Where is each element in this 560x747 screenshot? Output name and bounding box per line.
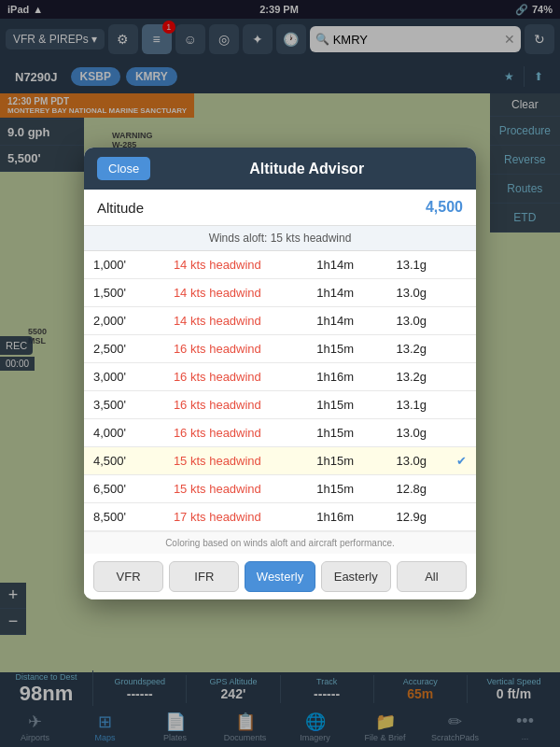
check-cell <box>447 503 476 531</box>
fuel-cell: 13.2g <box>376 363 447 391</box>
alt-cell: 3,000' <box>84 363 140 391</box>
wind-subheader: Winds aloft: 15 kts headwind <box>84 226 476 251</box>
modal-overlay: Close Altitude Advisor Altitude 4,500 Wi… <box>0 0 560 747</box>
wind-cell: 14 kts headwind <box>140 251 295 279</box>
alt-cell: 2,500' <box>84 335 140 363</box>
wind-cell: 15 kts headwind <box>140 447 295 475</box>
altitude-label: Altitude <box>97 200 144 216</box>
ete-cell: 1h15m <box>295 475 376 503</box>
fuel-cell: 13.2g <box>376 335 447 363</box>
check-cell <box>447 419 476 447</box>
ete-cell: 1h16m <box>295 363 376 391</box>
fuel-cell: 13.1g <box>376 391 447 419</box>
fuel-cell: 13.0g <box>376 307 447 335</box>
fuel-cell: 12.9g <box>376 503 447 531</box>
table-row[interactable]: 1,000' 14 kts headwind 1h14m 13.1g <box>84 251 476 279</box>
check-cell <box>447 335 476 363</box>
fuel-cell: 12.8g <box>376 475 447 503</box>
direction-button-vfr[interactable]: VFR <box>93 561 163 592</box>
fuel-cell: 13.0g <box>376 419 447 447</box>
wind-cell: 15 kts headwind <box>140 475 295 503</box>
fuel-cell: 13.1g <box>376 251 447 279</box>
alt-cell: 1,000' <box>84 251 140 279</box>
ete-cell: 1h14m <box>295 279 376 307</box>
ete-cell: 1h15m <box>295 391 376 419</box>
alt-cell: 8,500' <box>84 503 140 531</box>
wind-cell: 14 kts headwind <box>140 279 295 307</box>
modal-title: Altitude Advisor <box>150 161 463 177</box>
check-cell <box>447 307 476 335</box>
check-cell: ✔ <box>447 447 476 475</box>
modal-header: Close Altitude Advisor <box>84 148 476 190</box>
ete-cell: 1h15m <box>295 447 376 475</box>
altitude-value: 4,500 <box>426 199 463 216</box>
wind-cell: 14 kts headwind <box>140 307 295 335</box>
direction-button-westerly[interactable]: Westerly <box>245 561 315 592</box>
table-row[interactable]: 4,000' 16 kts headwind 1h15m 13.0g <box>84 419 476 447</box>
table-row[interactable]: 6,500' 15 kts headwind 1h15m 12.8g <box>84 475 476 503</box>
direction-button-easterly[interactable]: Easterly <box>321 561 391 592</box>
wind-cell: 17 kts headwind <box>140 503 295 531</box>
table-row[interactable]: 4,500' 15 kts headwind 1h15m 13.0g ✔ <box>84 447 476 475</box>
table-row[interactable]: 3,000' 16 kts headwind 1h16m 13.2g <box>84 363 476 391</box>
direction-button-ifr[interactable]: IFR <box>169 561 239 592</box>
alt-cell: 3,500' <box>84 391 140 419</box>
check-cell <box>447 251 476 279</box>
wind-cell: 16 kts headwind <box>140 391 295 419</box>
check-cell <box>447 279 476 307</box>
check-cell <box>447 391 476 419</box>
table-row[interactable]: 8,500' 17 kts headwind 1h16m 12.9g <box>84 503 476 531</box>
table-row[interactable]: 2,500' 16 kts headwind 1h15m 13.2g <box>84 335 476 363</box>
check-cell <box>447 363 476 391</box>
alt-cell: 4,000' <box>84 419 140 447</box>
modal-body: Altitude 4,500 Winds aloft: 15 kts headw… <box>84 190 476 599</box>
direction-button-all[interactable]: All <box>397 561 467 592</box>
altitude-advisor-modal: Close Altitude Advisor Altitude 4,500 Wi… <box>84 148 476 599</box>
table-row[interactable]: 3,500' 16 kts headwind 1h15m 13.1g <box>84 391 476 419</box>
ete-cell: 1h16m <box>295 503 376 531</box>
alt-cell: 6,500' <box>84 475 140 503</box>
check-cell <box>447 475 476 503</box>
alt-cell: 4,500' <box>84 447 140 475</box>
alt-cell: 1,500' <box>84 279 140 307</box>
direction-buttons: VFRIFRWesterlyEasterlyAll <box>84 554 476 599</box>
alt-cell: 2,000' <box>84 307 140 335</box>
ete-cell: 1h14m <box>295 251 376 279</box>
ete-cell: 1h15m <box>295 419 376 447</box>
altitude-table: 1,000' 14 kts headwind 1h14m 13.1g 1,500… <box>84 251 476 531</box>
modal-close-button[interactable]: Close <box>97 157 150 180</box>
fuel-cell: 13.0g <box>376 447 447 475</box>
ete-cell: 1h14m <box>295 307 376 335</box>
altitude-row: Altitude 4,500 <box>84 190 476 226</box>
table-row[interactable]: 1,500' 14 kts headwind 1h14m 13.0g <box>84 279 476 307</box>
table-row[interactable]: 2,000' 14 kts headwind 1h14m 13.0g <box>84 307 476 335</box>
ete-cell: 1h15m <box>295 335 376 363</box>
wind-cell: 16 kts headwind <box>140 335 295 363</box>
modal-footer-note: Coloring based on winds aloft and aircra… <box>84 531 476 554</box>
wind-cell: 16 kts headwind <box>140 363 295 391</box>
fuel-cell: 13.0g <box>376 279 447 307</box>
wind-cell: 16 kts headwind <box>140 419 295 447</box>
